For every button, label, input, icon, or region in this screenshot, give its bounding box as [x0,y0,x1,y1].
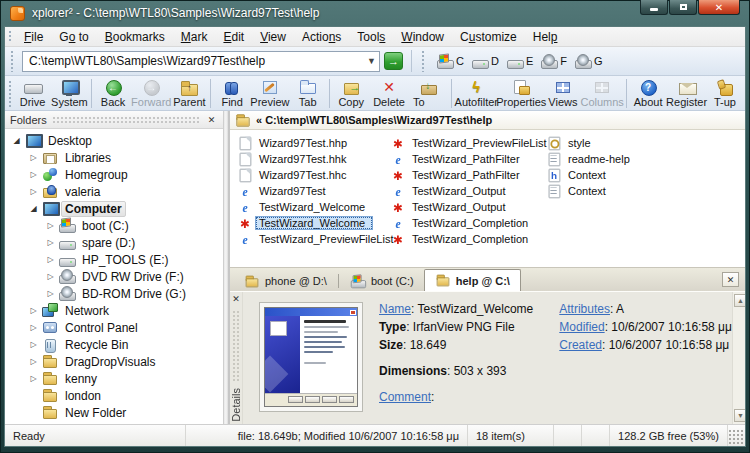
file-item[interactable]: eTestWizard_Output [390,183,546,199]
sidebar-item-new-folder[interactable]: New Folder [9,404,223,421]
title-bar[interactable]: xplorer² - C:\temp\WTL80\Samples\Wizard9… [0,0,750,26]
collapsed-arrow-icon[interactable]: ▷ [45,272,56,281]
file-item[interactable]: ✱TestWizard_Output [390,199,546,215]
collapsed-arrow-icon[interactable]: ▷ [45,238,56,247]
menu-help[interactable]: Help [525,28,566,46]
menu-actions[interactable]: Actions [294,28,349,46]
file-item[interactable]: readme-help [546,151,745,167]
sidebar-item-spare-d[interactable]: ▷spare (D:) [9,234,223,251]
collapsed-arrow-icon[interactable]: ▷ [28,340,39,349]
address-bar[interactable]: C:\temp\WTL80\Samples\Wizard97Test\help … [22,51,380,72]
toolbar-preview[interactable]: Preview [250,77,290,109]
file-item[interactable]: ✱TestWizard_PreviewFileList [390,135,546,151]
toolbar-drive[interactable]: Drive [15,77,51,109]
menu-edit[interactable]: Edit [215,28,252,46]
tab-help-c[interactable]: help @ C:\ [424,269,521,291]
collapsed-arrow-icon[interactable]: ▷ [28,153,39,162]
toolbar-system[interactable]: System [51,77,89,109]
menu-view[interactable]: View [252,28,294,46]
toolbar-views[interactable]: Views [545,77,581,109]
toolbar-about[interactable]: ?About [630,77,666,109]
details-scrollbar[interactable]: ▲ ▼ [732,292,745,424]
collapsed-arrow-icon[interactable]: ▷ [45,221,56,230]
file-item[interactable]: eTestWizard_PathFilter [390,151,546,167]
drive-button-c[interactable]: C [433,52,468,71]
address-grip[interactable] [10,50,15,72]
file-item[interactable]: Context [546,183,745,199]
sidebar-item-london[interactable]: london [9,387,223,404]
menu-tools[interactable]: Tools [349,28,393,46]
chevron-down-icon[interactable]: ▼ [364,56,379,66]
collapsed-arrow-icon[interactable]: ▷ [28,170,39,179]
resize-grip[interactable] [728,428,744,445]
collapsed-arrow-icon[interactable]: ▷ [28,187,39,196]
menu-customize[interactable]: Customize [452,28,525,46]
details-drag-handle[interactable] [232,310,240,383]
sidebar-item-bd-rom-drive-g[interactable]: ▷BD-ROM Drive (G:) [9,285,223,302]
drive-button-e[interactable]: E [503,52,537,71]
folders-close-button[interactable]: ✕ [205,113,218,126]
drive-button-g[interactable]: G [571,52,607,71]
tab-boot-c[interactable]: boot (C:) [340,271,424,291]
sidebar-item-valeria[interactable]: ▷valeria [9,183,223,200]
toolbar-grip[interactable] [8,80,12,107]
sidebar-item-libraries[interactable]: ▷Libraries [9,149,223,166]
collapsed-arrow-icon[interactable]: ▷ [45,289,56,298]
sidebar-item-network[interactable]: ▷Network [9,302,223,319]
toolbar-register[interactable]: Register [666,77,707,109]
scroll-down-icon[interactable]: ▼ [734,409,745,422]
file-item[interactable]: eTestWizard_Welcome [237,199,390,215]
collapsed-arrow-icon[interactable]: ▷ [28,357,39,366]
sidebar-item-dragdropvisuals[interactable]: ▷DragDropVisuals [9,353,223,370]
file-item[interactable]: hContext [546,167,745,183]
sidebar-item-dvd-rw-drive-f[interactable]: ▷DVD RW Drive (F:) [9,268,223,285]
menu-window[interactable]: Window [393,28,452,46]
file-item-selected[interactable]: ✱TestWizard_Welcome [237,215,390,231]
close-button[interactable]: ✕ [698,0,740,15]
sidebar-item-kenny[interactable]: ▷kenny [9,370,223,387]
tab-close-button[interactable]: ✕ [722,272,739,287]
maximize-button[interactable] [669,0,697,15]
file-item[interactable]: Wizard97Test.hhc [237,167,390,183]
tab-phone-d[interactable]: phone @ D:\ [234,271,337,291]
expanded-arrow-icon[interactable]: ◢ [11,136,22,145]
sidebar-item-recycle-bin[interactable]: ▷Recycle Bin [9,336,223,353]
expanded-arrow-icon[interactable]: ◢ [28,204,39,213]
menu-mark[interactable]: Mark [173,28,216,46]
toolbar-tab[interactable]: Tab [290,77,326,109]
toolbar-find[interactable]: Find [214,77,250,109]
toolbar-parent[interactable]: ↑Parent [171,77,207,109]
sidebar-item-desktop[interactable]: ◢Desktop [9,132,223,149]
drive-button-f[interactable]: F [537,52,571,71]
toolbar-properties[interactable]: Properties [498,77,545,109]
menu-bookmarks[interactable]: Bookmarks [97,28,173,46]
file-item[interactable]: eTestWizard_Completion [390,215,546,231]
file-item[interactable]: eWizard97Test [237,183,390,199]
minimize-button[interactable] [640,0,668,15]
menu-grip[interactable] [8,30,13,43]
detail-label[interactable]: Name [379,302,411,316]
toolbar-delete[interactable]: ✕Delete [371,77,407,109]
detail-label[interactable]: Created [559,338,602,352]
file-item[interactable]: style [546,135,745,151]
file-item[interactable]: Wizard97Test.hhp [237,135,390,151]
menu-go-to[interactable]: Go to [51,28,96,46]
scroll-up-icon[interactable]: ▲ [734,294,745,307]
file-item[interactable]: Wizard97Test.hhk [237,151,390,167]
detail-label[interactable]: Modified [559,320,604,334]
sidebar-item-boot-c[interactable]: ▷boot (C:) [9,217,223,234]
sidebar-item-control-panel[interactable]: ▷Control Panel [9,319,223,336]
collapsed-arrow-icon[interactable]: ▷ [28,374,39,383]
sidebar-item-homegroup[interactable]: ▷Homegroup [9,166,223,183]
collapsed-arrow-icon[interactable]: ▷ [45,255,56,264]
detail-label[interactable]: Attributes [559,302,610,316]
folders-drag-handle[interactable] [52,116,200,124]
drives-grip[interactable] [421,50,426,72]
sidebar-item-hp-tools-e[interactable]: ▷HP_TOOLS (E:) [9,251,223,268]
file-item[interactable]: eTestWizard_PreviewFileList [237,231,390,247]
go-button[interactable]: → [384,52,403,70]
address-text[interactable]: C:\temp\WTL80\Samples\Wizard97Test\help [29,54,364,68]
drive-button-d[interactable]: D [468,52,503,71]
preview-thumbnail[interactable] [259,302,363,412]
collapsed-arrow-icon[interactable]: ▷ [28,306,39,315]
